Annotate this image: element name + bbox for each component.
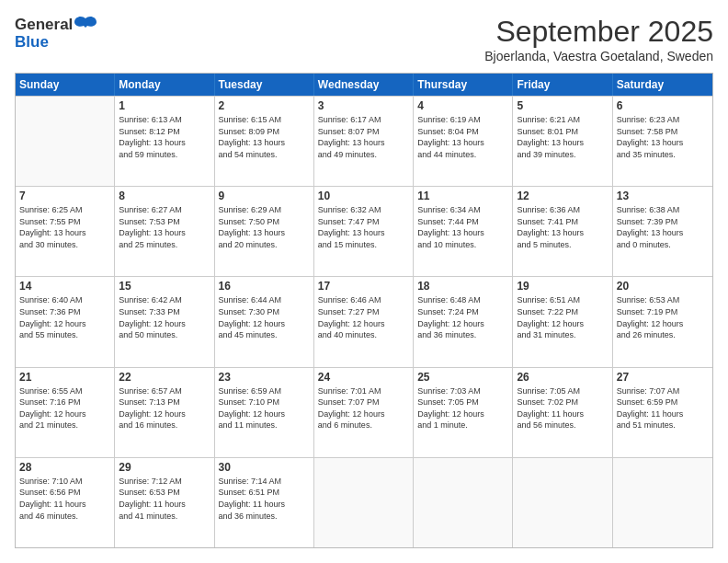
day-number: 29	[119, 461, 210, 474]
day-info: Sunrise: 6:15 AM Sunset: 8:09 PM Dayligh…	[219, 114, 310, 160]
calendar-cell: 9Sunrise: 6:29 AM Sunset: 7:50 PM Daylig…	[215, 187, 314, 276]
header: General Blue September 2025 Bjoerlanda, …	[15, 15, 713, 63]
day-number: 24	[318, 371, 409, 384]
day-number: 17	[318, 280, 409, 293]
logo-general: General	[15, 16, 73, 34]
day-number: 25	[417, 371, 508, 384]
day-number: 4	[417, 99, 508, 112]
day-number: 2	[219, 99, 310, 112]
calendar-cell: 21Sunrise: 6:55 AM Sunset: 7:16 PM Dayli…	[16, 368, 115, 457]
day-info: Sunrise: 6:34 AM Sunset: 7:44 PM Dayligh…	[417, 204, 508, 250]
calendar-cell: 5Sunrise: 6:21 AM Sunset: 8:01 PM Daylig…	[513, 97, 612, 186]
day-number: 28	[19, 461, 110, 474]
day-info: Sunrise: 6:53 AM Sunset: 7:19 PM Dayligh…	[617, 294, 709, 340]
day-info: Sunrise: 6:17 AM Sunset: 8:07 PM Dayligh…	[318, 114, 409, 160]
calendar-cell: 10Sunrise: 6:32 AM Sunset: 7:47 PM Dayli…	[314, 187, 414, 276]
calendar-cell: 6Sunrise: 6:23 AM Sunset: 7:58 PM Daylig…	[613, 97, 712, 186]
day-number: 6	[617, 99, 709, 112]
day-info: Sunrise: 6:51 AM Sunset: 7:22 PM Dayligh…	[517, 294, 608, 340]
calendar-header-cell: Monday	[115, 74, 214, 96]
calendar-cell: 18Sunrise: 6:48 AM Sunset: 7:24 PM Dayli…	[414, 277, 513, 366]
calendar-body: 1Sunrise: 6:13 AM Sunset: 8:12 PM Daylig…	[16, 96, 712, 547]
calendar-cell	[314, 458, 414, 547]
page: General Blue September 2025 Bjoerlanda, …	[0, 0, 728, 563]
day-number: 21	[19, 371, 110, 384]
calendar-header-cell: Saturday	[613, 74, 712, 96]
day-number: 19	[517, 280, 608, 293]
day-number: 9	[219, 190, 310, 202]
day-info: Sunrise: 6:59 AM Sunset: 7:10 PM Dayligh…	[219, 385, 310, 431]
day-number: 11	[417, 190, 508, 202]
day-number: 7	[19, 190, 110, 202]
day-info: Sunrise: 6:46 AM Sunset: 7:27 PM Dayligh…	[318, 294, 409, 340]
calendar-cell: 22Sunrise: 6:57 AM Sunset: 7:13 PM Dayli…	[115, 368, 214, 457]
calendar-cell: 7Sunrise: 6:25 AM Sunset: 7:55 PM Daylig…	[16, 187, 115, 276]
day-info: Sunrise: 6:13 AM Sunset: 8:12 PM Dayligh…	[119, 114, 210, 160]
day-number: 23	[219, 371, 310, 384]
day-number: 18	[417, 280, 508, 293]
day-number: 26	[517, 371, 608, 384]
calendar: SundayMondayTuesdayWednesdayThursdayFrid…	[15, 73, 713, 548]
calendar-cell: 29Sunrise: 7:12 AM Sunset: 6:53 PM Dayli…	[115, 458, 214, 547]
day-info: Sunrise: 6:32 AM Sunset: 7:47 PM Dayligh…	[318, 204, 409, 250]
calendar-cell	[613, 458, 712, 547]
day-info: Sunrise: 6:19 AM Sunset: 8:04 PM Dayligh…	[417, 114, 508, 160]
calendar-cell: 2Sunrise: 6:15 AM Sunset: 8:09 PM Daylig…	[215, 97, 314, 186]
day-number: 16	[219, 280, 310, 293]
calendar-header: SundayMondayTuesdayWednesdayThursdayFrid…	[16, 74, 712, 96]
day-info: Sunrise: 7:10 AM Sunset: 6:56 PM Dayligh…	[19, 476, 110, 522]
calendar-cell	[513, 458, 612, 547]
title-block: September 2025 Bjoerlanda, Vaestra Goeta…	[484, 15, 713, 63]
day-info: Sunrise: 6:36 AM Sunset: 7:41 PM Dayligh…	[517, 204, 608, 250]
calendar-cell: 12Sunrise: 6:36 AM Sunset: 7:41 PM Dayli…	[513, 187, 612, 276]
calendar-cell: 14Sunrise: 6:40 AM Sunset: 7:36 PM Dayli…	[16, 277, 115, 366]
calendar-cell: 16Sunrise: 6:44 AM Sunset: 7:30 PM Dayli…	[215, 277, 314, 366]
calendar-cell: 11Sunrise: 6:34 AM Sunset: 7:44 PM Dayli…	[414, 187, 513, 276]
day-info: Sunrise: 6:42 AM Sunset: 7:33 PM Dayligh…	[119, 294, 210, 340]
calendar-cell: 26Sunrise: 7:05 AM Sunset: 7:02 PM Dayli…	[513, 368, 612, 457]
calendar-row: 28Sunrise: 7:10 AM Sunset: 6:56 PM Dayli…	[16, 457, 712, 547]
calendar-cell: 25Sunrise: 7:03 AM Sunset: 7:05 PM Dayli…	[414, 368, 513, 457]
day-number: 15	[119, 280, 210, 293]
day-info: Sunrise: 6:40 AM Sunset: 7:36 PM Dayligh…	[19, 294, 110, 340]
calendar-header-cell: Wednesday	[314, 74, 414, 96]
day-info: Sunrise: 6:27 AM Sunset: 7:53 PM Dayligh…	[119, 204, 210, 250]
calendar-cell: 15Sunrise: 6:42 AM Sunset: 7:33 PM Dayli…	[115, 277, 214, 366]
day-info: Sunrise: 7:12 AM Sunset: 6:53 PM Dayligh…	[119, 476, 210, 522]
calendar-cell: 30Sunrise: 7:14 AM Sunset: 6:51 PM Dayli…	[215, 458, 314, 547]
day-number: 27	[617, 371, 709, 384]
day-number: 8	[119, 190, 210, 202]
calendar-header-cell: Friday	[513, 74, 612, 96]
calendar-cell: 3Sunrise: 6:17 AM Sunset: 8:07 PM Daylig…	[314, 97, 414, 186]
calendar-header-cell: Tuesday	[215, 74, 314, 96]
calendar-cell: 20Sunrise: 6:53 AM Sunset: 7:19 PM Dayli…	[613, 277, 712, 366]
day-info: Sunrise: 6:38 AM Sunset: 7:39 PM Dayligh…	[617, 204, 709, 250]
day-number: 10	[318, 190, 409, 202]
day-info: Sunrise: 7:01 AM Sunset: 7:07 PM Dayligh…	[318, 385, 409, 431]
day-info: Sunrise: 6:55 AM Sunset: 7:16 PM Dayligh…	[19, 385, 110, 431]
day-info: Sunrise: 6:29 AM Sunset: 7:50 PM Dayligh…	[219, 204, 310, 250]
calendar-cell: 23Sunrise: 6:59 AM Sunset: 7:10 PM Dayli…	[215, 368, 314, 457]
calendar-cell: 28Sunrise: 7:10 AM Sunset: 6:56 PM Dayli…	[16, 458, 115, 547]
day-number: 20	[617, 280, 709, 293]
day-info: Sunrise: 7:05 AM Sunset: 7:02 PM Dayligh…	[517, 385, 608, 431]
calendar-cell: 24Sunrise: 7:01 AM Sunset: 7:07 PM Dayli…	[314, 368, 414, 457]
day-info: Sunrise: 7:07 AM Sunset: 6:59 PM Dayligh…	[617, 385, 709, 431]
calendar-cell	[16, 97, 115, 186]
day-number: 30	[219, 461, 310, 474]
day-number: 14	[19, 280, 110, 293]
day-info: Sunrise: 7:03 AM Sunset: 7:05 PM Dayligh…	[417, 385, 508, 431]
calendar-header-cell: Thursday	[414, 74, 513, 96]
logo-bird-icon	[73, 15, 98, 35]
day-info: Sunrise: 6:44 AM Sunset: 7:30 PM Dayligh…	[219, 294, 310, 340]
calendar-row: 1Sunrise: 6:13 AM Sunset: 8:12 PM Daylig…	[16, 96, 712, 186]
calendar-cell: 13Sunrise: 6:38 AM Sunset: 7:39 PM Dayli…	[613, 187, 712, 276]
day-number: 13	[617, 190, 709, 202]
day-number: 22	[119, 371, 210, 384]
calendar-row: 21Sunrise: 6:55 AM Sunset: 7:16 PM Dayli…	[16, 367, 712, 457]
day-info: Sunrise: 6:57 AM Sunset: 7:13 PM Dayligh…	[119, 385, 210, 431]
day-number: 12	[517, 190, 608, 202]
calendar-cell: 4Sunrise: 6:19 AM Sunset: 8:04 PM Daylig…	[414, 97, 513, 186]
calendar-cell: 17Sunrise: 6:46 AM Sunset: 7:27 PM Dayli…	[314, 277, 414, 366]
day-info: Sunrise: 6:23 AM Sunset: 7:58 PM Dayligh…	[617, 114, 709, 160]
